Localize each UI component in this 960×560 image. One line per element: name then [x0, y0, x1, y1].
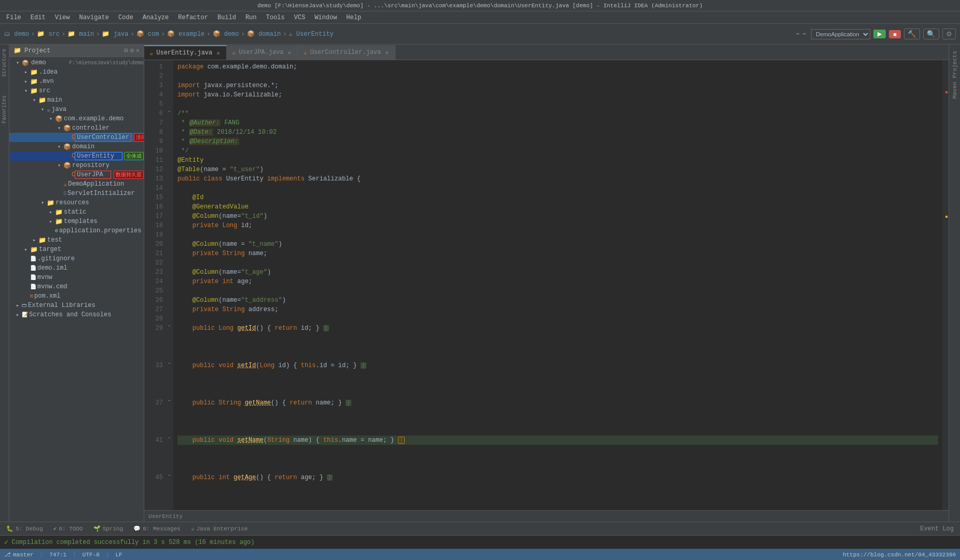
- bottom-panel: 🐛 5: Debug ✔ 6: TODO 🌱 Spring 💬 0: Messa…: [0, 522, 960, 549]
- project-settings-btn[interactable]: ⚙: [130, 47, 134, 54]
- tree-item-mvnwcmd[interactable]: 📄 mvnw.cmd: [9, 282, 144, 291]
- menu-tools[interactable]: Tools: [262, 13, 289, 22]
- tab-userentity[interactable]: ☕ UserEntity.java ✕: [144, 45, 227, 60]
- menu-build[interactable]: Build: [213, 13, 240, 22]
- tab-usercontroller[interactable]: ☕ UserController.java ✕: [298, 45, 395, 60]
- expand-icon: ▸: [13, 301, 22, 310]
- project-close-btn[interactable]: ✕: [136, 47, 140, 54]
- run-button[interactable]: ▶: [873, 30, 886, 38]
- tree-item-scratches[interactable]: ▸ 📝 Scratches and Consoles: [9, 310, 144, 319]
- encoding-status[interactable]: UTF-8: [83, 552, 100, 558]
- maven-tab[interactable]: Maven Projects: [951, 47, 959, 103]
- expand-icon: [63, 171, 72, 179]
- javaee-tab[interactable]: ☕ Java Enterprise: [187, 524, 252, 533]
- menu-vcs[interactable]: VCS: [290, 13, 310, 22]
- bc-demo2[interactable]: 📦 demo: [213, 30, 239, 38]
- tree-item-domain[interactable]: ▾ 📦 domain: [9, 142, 144, 151]
- tree-item-resources[interactable]: ▾ 📁 resources: [9, 198, 144, 207]
- tree-item-main[interactable]: ▾ 📁 main: [9, 95, 144, 105]
- tree-item-src[interactable]: ▾ 📁 src: [9, 86, 144, 95]
- fold-btn-41[interactable]: -: [165, 433, 173, 443]
- expand-icon: [22, 283, 30, 291]
- tree-item-repository[interactable]: ▾ 📦 repository: [9, 161, 144, 170]
- fold-btn-29[interactable]: -: [165, 321, 173, 331]
- code-line-37: public String getName() { return name; }…: [177, 398, 938, 408]
- tree-item-demo[interactable]: ▾ 📦 demo F:\HienseJava\study\demo: [9, 58, 144, 67]
- structure-tab[interactable]: Structure: [1, 45, 8, 81]
- menu-analyze[interactable]: Analyze: [139, 13, 173, 22]
- tree-item-java[interactable]: ▾ ☕ java: [9, 105, 144, 114]
- bc-userentity[interactable]: ☕ UserEntity: [289, 30, 333, 38]
- menu-view[interactable]: View: [51, 13, 74, 22]
- fold-btn-45[interactable]: -: [165, 471, 173, 480]
- tree-item-appprops[interactable]: ⚙ application.properties: [9, 226, 144, 235]
- bc-src[interactable]: 📁 src: [37, 30, 60, 38]
- build-button[interactable]: 🔨: [904, 29, 920, 39]
- tab-userjpa[interactable]: ☕ UserJPA.java ✕: [227, 45, 298, 60]
- menu-edit[interactable]: Edit: [26, 13, 50, 22]
- tree-item-target[interactable]: ▸ 📁 target: [9, 245, 144, 254]
- menu-code[interactable]: Code: [114, 13, 138, 22]
- tree-item-extlibs[interactable]: ▸ 🗃 External Libraries: [9, 301, 144, 310]
- tab-close-btn[interactable]: ✕: [287, 49, 293, 56]
- bc-com[interactable]: 📦 com: [136, 30, 159, 38]
- bc-domain[interactable]: 📦 domain: [247, 30, 281, 38]
- bc-example[interactable]: 📦 example: [167, 30, 205, 38]
- code-line-6: /**: [177, 109, 938, 118]
- tree-item-demoapplication[interactable]: ☕ DemoApplication: [9, 179, 144, 189]
- tab-close-btn[interactable]: ✕: [384, 49, 390, 56]
- search-button[interactable]: 🔍: [923, 29, 939, 39]
- error-gutter: [942, 60, 949, 510]
- menu-help[interactable]: Help: [342, 13, 365, 22]
- tree-item-mvn[interactable]: ▸ 📁 .mvn: [9, 77, 144, 86]
- menu-navigate[interactable]: Navigate: [75, 13, 113, 22]
- menu-refactor[interactable]: Refactor: [174, 13, 212, 22]
- tree-item-idea[interactable]: ▸ 📁 .idea: [9, 67, 144, 77]
- tree-item-pomxml[interactable]: m pom.xml: [9, 291, 144, 301]
- messages-tab[interactable]: 💬 0: Messages: [129, 524, 185, 533]
- code-editor[interactable]: package com.example.demo.domain; import …: [173, 60, 942, 510]
- encoding-text: UTF-8: [83, 552, 100, 558]
- bc-main[interactable]: 📁 main: [67, 30, 94, 38]
- settings-button[interactable]: ⚙: [942, 29, 956, 39]
- tree-item-templates[interactable]: ▸ 📁 templates: [9, 217, 144, 226]
- favorites-tab[interactable]: Favorites: [1, 91, 8, 128]
- tree-item-servletinitializer[interactable]: S ServletInitializer: [9, 189, 144, 198]
- debug-tab[interactable]: 🐛 5: Debug: [2, 524, 47, 533]
- tree-item-gitignore[interactable]: 📄 .gitignore: [9, 254, 144, 263]
- fold-btn-6[interactable]: -: [165, 107, 173, 116]
- tree-item-userjpa[interactable]: C UserJPA 数据持久层: [9, 170, 144, 179]
- tree-item-mvnw[interactable]: 📄 mvnw: [9, 273, 144, 282]
- spring-tab[interactable]: 🌱 Spring: [89, 524, 128, 533]
- event-log-link[interactable]: Event Log: [920, 525, 954, 533]
- fold-btn-33[interactable]: -: [165, 359, 173, 368]
- bc-java[interactable]: 📁 java: [102, 30, 128, 38]
- tree-item-test[interactable]: ▸ 📁 test: [9, 235, 144, 245]
- project-collapse-btn[interactable]: ⊟: [124, 47, 128, 54]
- file-icon: 📄: [30, 274, 36, 281]
- code-line-1: package com.example.demo.domain;: [177, 62, 938, 72]
- fold-btn-37[interactable]: -: [165, 396, 173, 405]
- stop-button[interactable]: ■: [889, 30, 901, 38]
- todo-tab[interactable]: ✔ 6: TODO: [49, 524, 87, 533]
- run-config-label[interactable]: ⬅: [796, 31, 800, 37]
- bc-demo[interactable]: 🗂 demo: [4, 30, 29, 38]
- project-header: 📁 Project ⊟ ⚙ ✕: [9, 45, 144, 57]
- tree-item-controller[interactable]: ▾ 📦 controller: [9, 123, 144, 133]
- java-file-icon: ☕: [149, 49, 153, 57]
- menu-file[interactable]: File: [2, 13, 25, 22]
- tree-item-demoiml[interactable]: 📄 demo.iml: [9, 263, 144, 273]
- code-line-15: @Id: [177, 193, 938, 202]
- linesep-status[interactable]: LF: [115, 552, 122, 558]
- menu-window[interactable]: Window: [310, 13, 341, 22]
- tree-label: src: [38, 87, 144, 94]
- run-config-select[interactable]: DemoApplication: [811, 29, 870, 39]
- tree-item-usercontroller[interactable]: C UserController 没问题: [9, 133, 144, 142]
- menu-run[interactable]: Run: [241, 13, 261, 22]
- tree-item-package[interactable]: ▾ 📦 com.example.demo: [9, 114, 144, 123]
- tab-close-btn[interactable]: ✕: [215, 50, 221, 57]
- run-config-arrow[interactable]: ➡: [803, 31, 806, 37]
- tree-item-static[interactable]: ▸ 📁 static: [9, 207, 144, 217]
- expand-icon: ▾: [55, 161, 63, 170]
- tree-item-userentity[interactable]: C UserEntity 全体成: [9, 151, 144, 161]
